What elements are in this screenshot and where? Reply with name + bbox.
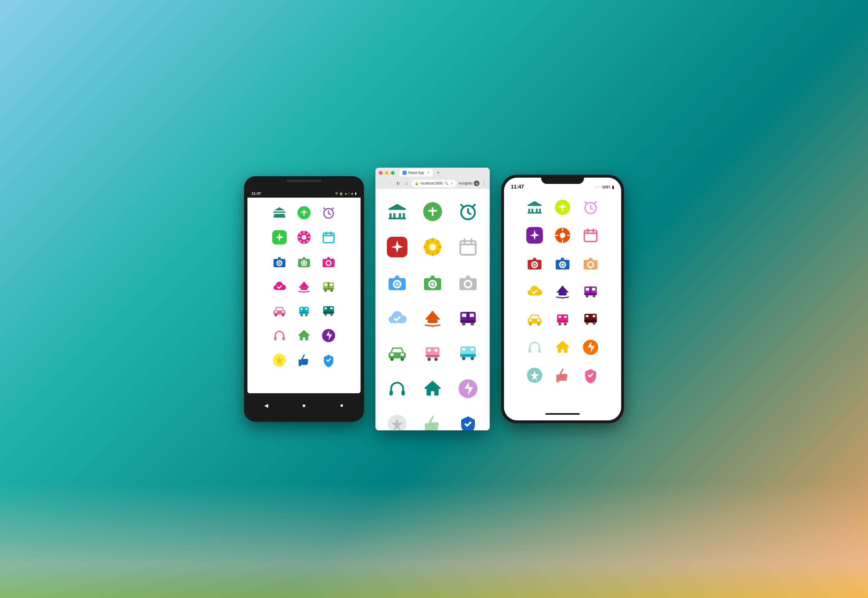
svg-rect-89	[434, 349, 438, 351]
alarm-icon	[322, 206, 336, 220]
thumb-up-icon	[422, 414, 443, 431]
camera-plus-icon: +	[322, 255, 336, 269]
home-nav-button[interactable]	[300, 402, 308, 410]
list-item	[551, 224, 574, 247]
sparkle-icon	[272, 230, 287, 244]
maximize-button[interactable]	[391, 171, 395, 175]
svg-rect-134	[529, 319, 532, 321]
wifi-icon: WiFi	[602, 185, 610, 189]
list-item	[551, 308, 574, 331]
list-item	[579, 196, 602, 219]
calendar-icon	[582, 227, 599, 244]
svg-rect-125	[562, 286, 563, 291]
svg-rect-84	[401, 353, 404, 356]
svg-point-148	[586, 322, 588, 325]
address-bar[interactable]: 🔒 localhost:3000 🔍 ☆	[412, 179, 456, 187]
incognito-icon: 🕵	[474, 181, 479, 186]
svg-point-131	[593, 295, 596, 298]
svg-rect-96	[460, 354, 476, 357]
svg-point-14	[278, 262, 281, 264]
list-item	[418, 374, 447, 403]
svg-point-98	[471, 357, 474, 360]
svg-point-149	[593, 322, 596, 325]
list-item	[383, 197, 412, 226]
headphones-icon	[387, 378, 407, 399]
svg-rect-55	[399, 213, 401, 218]
new-tab-button[interactable]: +	[437, 170, 440, 176]
svg-rect-99	[389, 390, 393, 396]
tram-icon	[422, 343, 443, 363]
list-item	[294, 350, 314, 370]
thumb-up-icon	[554, 367, 571, 384]
battery-icon: ▮	[612, 185, 614, 189]
list-item	[523, 196, 546, 219]
camera-add-icon	[297, 255, 311, 269]
android-screen: 11:47 ⚙ 🔒 ▲ ! ▲ ▮	[247, 189, 361, 393]
search-icon: 🔍	[444, 181, 449, 185]
list-item	[269, 277, 289, 296]
back-nav-button[interactable]: ←	[378, 181, 384, 186]
tab-close-button[interactable]: ✕	[427, 171, 430, 175]
svg-point-46	[324, 313, 326, 315]
list-item: +	[454, 268, 482, 297]
svg-point-80	[471, 322, 474, 326]
svg-point-143	[564, 323, 567, 326]
camera-add-icon	[422, 272, 443, 293]
svg-rect-88	[427, 349, 431, 351]
car-icon	[387, 343, 407, 363]
browser-menu-button[interactable]: ⋮	[482, 180, 487, 187]
browser-tab[interactable]: ⚛ React App ✕	[400, 169, 433, 176]
list-item	[454, 339, 482, 368]
svg-rect-106	[536, 209, 538, 212]
list-item	[418, 197, 447, 226]
list-item	[523, 308, 546, 331]
svg-point-91	[427, 357, 431, 361]
trolley-icon	[582, 311, 599, 327]
svg-point-142	[558, 323, 561, 326]
boat-icon	[554, 283, 571, 300]
thumb-up-icon	[297, 353, 311, 367]
list-item	[269, 203, 289, 223]
list-item	[579, 364, 602, 387]
browser-toolbar: ← → ↻ ⌂ 🔒 localhost:3000 🔍 ☆ Incognito 🕵…	[376, 178, 490, 189]
recent-apps-button[interactable]	[338, 402, 346, 410]
cloud-check-icon	[387, 308, 407, 328]
list-item	[294, 277, 314, 296]
list-item	[523, 224, 546, 247]
back-button[interactable]	[262, 402, 270, 410]
home-nav-btn[interactable]: ⌂	[403, 181, 409, 186]
forward-nav-button[interactable]: →	[386, 181, 392, 186]
reload-button[interactable]: ↻	[395, 181, 401, 186]
svg-rect-57	[389, 208, 406, 210]
add-circle-icon	[422, 201, 443, 222]
star-icon	[526, 367, 543, 384]
svg-point-67	[395, 283, 399, 286]
list-item	[523, 252, 546, 275]
svg-rect-124	[558, 293, 567, 296]
svg-point-79	[462, 322, 465, 326]
svg-rect-94	[462, 348, 465, 351]
bookmark-icon: ☆	[450, 181, 453, 185]
calendar-icon	[322, 230, 336, 244]
svg-rect-24	[330, 284, 332, 286]
list-item	[579, 224, 602, 247]
camera-icon	[526, 255, 543, 272]
list-item	[383, 339, 412, 368]
svg-rect-43	[330, 308, 332, 309]
svg-text:+: +	[331, 256, 334, 262]
minimize-button[interactable]	[385, 171, 389, 175]
svg-point-92	[434, 357, 438, 361]
svg-rect-64	[460, 241, 476, 255]
svg-rect-76	[462, 314, 466, 317]
ios-status-icons: · · · · WiFi ▮	[594, 185, 614, 189]
headphones-icon	[526, 339, 543, 356]
list-item	[319, 326, 338, 345]
svg-point-63	[429, 244, 436, 250]
svg-rect-30	[275, 311, 277, 313]
alarm-icon	[582, 199, 599, 215]
close-button[interactable]	[379, 171, 383, 175]
svg-point-137	[537, 323, 540, 326]
svg-rect-11	[323, 233, 334, 242]
list-item	[551, 196, 574, 219]
android-time: 11:47	[251, 191, 261, 196]
